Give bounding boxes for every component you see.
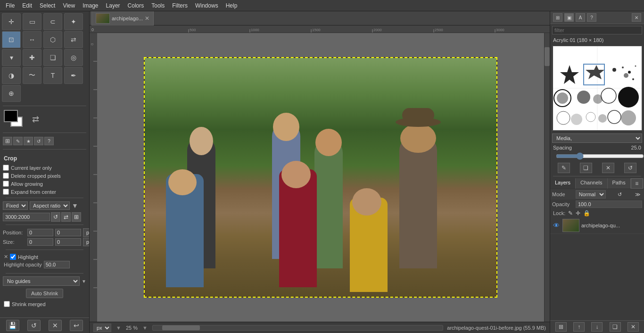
vertical-scrollbar[interactable] bbox=[544, 33, 550, 322]
tab-paths[interactable]: Paths bbox=[608, 178, 631, 189]
menu-layer[interactable]: Layer bbox=[102, 1, 124, 10]
tab-channels[interactable]: Channels bbox=[576, 178, 607, 189]
move-layer-down-btn[interactable]: ↓ bbox=[591, 322, 603, 332]
new-group-btn[interactable]: ⊞ bbox=[555, 322, 567, 332]
auto-shrink-btn[interactable]: Auto Shrink bbox=[26, 289, 63, 298]
dimension-input[interactable] bbox=[3, 213, 50, 221]
lasso-tool[interactable]: ⊂ bbox=[43, 13, 62, 30]
clone-tool[interactable]: ❏ bbox=[43, 49, 62, 66]
vertical-scrollbar-thumb[interactable] bbox=[545, 47, 550, 66]
delete-cropped-pixels-checkbox[interactable] bbox=[3, 173, 9, 179]
pencil-icon[interactable]: ✎ bbox=[13, 137, 23, 145]
mode-more-btn[interactable]: ≫ bbox=[634, 191, 642, 198]
layer-visibility-btn[interactable]: 👁 bbox=[552, 221, 561, 230]
dimension-reset-btn[interactable]: ↺ bbox=[51, 212, 60, 222]
fixed-expand-icon[interactable]: ▼ bbox=[72, 202, 78, 209]
highlight-x-btn[interactable]: ✕ bbox=[4, 254, 8, 260]
flip-tool[interactable]: ⇄ bbox=[64, 31, 83, 48]
status-unit-select[interactable]: px % bbox=[93, 324, 111, 332]
image-tab[interactable]: archipelago... ✕ bbox=[91, 11, 154, 25]
menu-tools[interactable]: Tools bbox=[148, 1, 168, 10]
rect-select-tool[interactable]: ▭ bbox=[23, 13, 41, 30]
guides-expand[interactable]: ▼ bbox=[82, 279, 86, 284]
horizontal-scrollbar-thumb[interactable] bbox=[162, 325, 200, 330]
duplicate-layer-btn[interactable]: ❏ bbox=[610, 322, 621, 332]
lock-all-btn[interactable]: 🔒 bbox=[583, 210, 590, 216]
lock-move-btn[interactable]: ✛ bbox=[576, 210, 580, 216]
delete-layer-btn[interactable]: ✕ bbox=[627, 322, 639, 332]
fixed-select[interactable]: Fixed bbox=[3, 201, 28, 210]
reset-btn[interactable]: ↺ bbox=[27, 320, 41, 331]
expand-from-center-checkbox[interactable] bbox=[3, 189, 9, 195]
swap-colors[interactable]: ⇄ bbox=[32, 114, 39, 125]
layers-icon[interactable]: ⊞ bbox=[3, 137, 12, 145]
delete-brush-btn[interactable]: ✕ bbox=[602, 163, 614, 173]
position-unit-select[interactable]: px bbox=[83, 228, 90, 237]
current-layer-only-checkbox[interactable] bbox=[3, 165, 9, 171]
lock-pixel-btn[interactable]: ✎ bbox=[568, 210, 573, 216]
media-select[interactable]: Media, bbox=[552, 133, 642, 143]
highlight-opacity-input[interactable] bbox=[44, 261, 70, 268]
brush-panel-icon[interactable]: ▣ bbox=[564, 13, 574, 22]
menu-file[interactable]: File bbox=[2, 1, 18, 10]
menu-filters[interactable]: Filters bbox=[168, 1, 191, 10]
move-tool[interactable]: ✛ bbox=[2, 13, 21, 30]
brush-filter-input[interactable] bbox=[552, 26, 642, 34]
heal-tool[interactable]: ✚ bbox=[23, 49, 41, 66]
shrink-merged-checkbox[interactable] bbox=[4, 301, 10, 307]
dropper-tool[interactable]: ✒ bbox=[64, 67, 83, 84]
question-icon[interactable]: ? bbox=[44, 137, 54, 145]
blur-tool[interactable]: ◎ bbox=[64, 49, 83, 66]
menu-select[interactable]: Select bbox=[36, 1, 59, 10]
size-w-input[interactable] bbox=[27, 238, 53, 246]
position-y-input[interactable] bbox=[55, 229, 81, 236]
text-tool[interactable]: T bbox=[43, 67, 62, 84]
size-unit-select[interactable]: px bbox=[83, 238, 90, 246]
zoom-tool[interactable]: ⊕ bbox=[2, 85, 21, 102]
bucket-fill-tool[interactable]: ▾ bbox=[2, 49, 21, 66]
layers-panel-icon[interactable]: ⊞ bbox=[553, 13, 562, 22]
delete-btn[interactable]: ✕ bbox=[49, 320, 62, 331]
star-icon[interactable]: ★ bbox=[24, 137, 33, 145]
perspective-tool[interactable]: ⬡ bbox=[43, 31, 62, 48]
menu-view[interactable]: View bbox=[59, 1, 79, 10]
move-layer-up-btn[interactable]: ↑ bbox=[573, 322, 585, 332]
tab-close-btn[interactable]: ✕ bbox=[145, 15, 149, 22]
position-x-input[interactable] bbox=[27, 229, 53, 236]
menu-windows[interactable]: Windows bbox=[191, 1, 222, 10]
tab-layers[interactable]: Layers bbox=[550, 178, 576, 189]
dimension-more-btn[interactable]: ⊞ bbox=[72, 212, 81, 222]
opacity-ctrl-input[interactable] bbox=[576, 200, 642, 208]
smudge-tool[interactable]: 〜 bbox=[23, 67, 41, 84]
size-h-input[interactable] bbox=[55, 238, 81, 246]
fuzzy-select-tool[interactable]: ✦ bbox=[64, 13, 83, 30]
highlight-checkbox[interactable] bbox=[10, 254, 16, 260]
copy-btn[interactable]: ❏ bbox=[580, 163, 592, 173]
shrink-merged-label: Shrink merged bbox=[12, 301, 46, 307]
font-panel-icon[interactable]: A bbox=[576, 13, 585, 22]
menu-edit[interactable]: Edit bbox=[18, 1, 36, 10]
restore-btn[interactable]: ↩ bbox=[70, 320, 83, 331]
aspect-ratio-select[interactable]: Aspect ratio bbox=[30, 201, 70, 210]
panel-close-btn[interactable]: ✕ bbox=[632, 13, 641, 22]
refresh-icon[interactable]: ↺ bbox=[34, 137, 43, 145]
foreground-color[interactable] bbox=[4, 110, 18, 122]
edit-btn[interactable]: ✎ bbox=[558, 163, 570, 173]
dimension-swap-btn[interactable]: ⇄ bbox=[61, 212, 71, 222]
dodge-tool[interactable]: ◑ bbox=[2, 67, 21, 84]
allow-growing-checkbox[interactable] bbox=[3, 181, 9, 187]
horizontal-scrollbar[interactable] bbox=[152, 325, 443, 331]
crop-tool[interactable]: ⊡ bbox=[2, 31, 21, 48]
refresh-brush-btn[interactable]: ↺ bbox=[624, 163, 636, 173]
spacing-slider[interactable] bbox=[556, 152, 644, 160]
menu-colors[interactable]: Colors bbox=[124, 1, 148, 10]
layers-config-btn[interactable]: ≡ bbox=[631, 178, 643, 189]
menu-help[interactable]: Help bbox=[222, 1, 241, 10]
mode-select[interactable]: Normal Multiply Screen bbox=[576, 190, 606, 199]
save-preset-btn[interactable]: 💾 bbox=[6, 320, 19, 331]
menu-image[interactable]: Image bbox=[79, 1, 102, 10]
transform-tool[interactable]: ↔ bbox=[23, 31, 41, 48]
mode-reset-btn[interactable]: ↺ bbox=[616, 191, 623, 198]
guides-select[interactable]: No guides Rule of thirds Golden ratio bbox=[3, 276, 80, 286]
config-panel-icon[interactable]: ? bbox=[587, 13, 596, 22]
